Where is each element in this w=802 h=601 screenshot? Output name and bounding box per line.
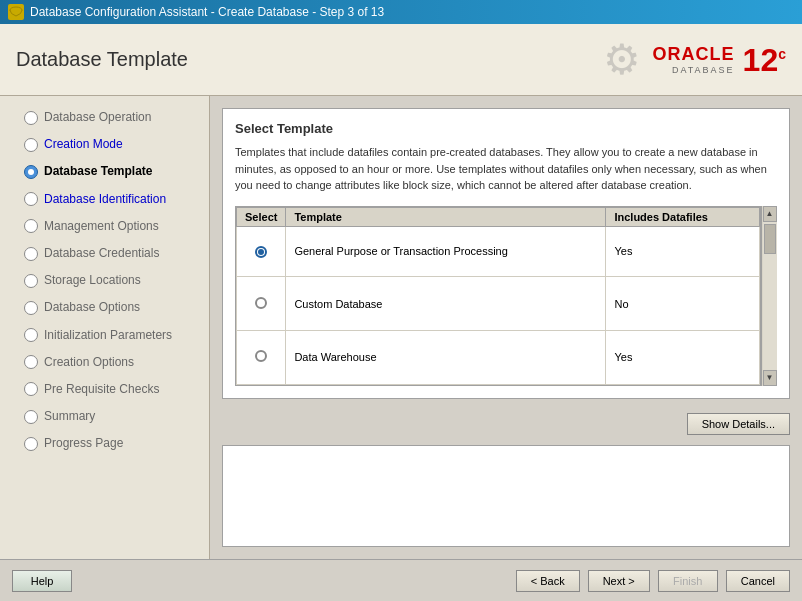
version-suffix: c bbox=[778, 46, 786, 62]
includes-datafiles-2: Yes bbox=[606, 330, 760, 384]
bottom-left: Help bbox=[12, 570, 72, 592]
col-datafiles: Includes Datafiles bbox=[606, 207, 760, 226]
sidebar-bullet-progress-page bbox=[24, 437, 38, 451]
template-name-1: Custom Database bbox=[286, 277, 606, 331]
sidebar-item-database-template: Database Template bbox=[0, 158, 209, 185]
title-bar-icon bbox=[8, 4, 24, 20]
title-bar: Database Configuration Assistant - Creat… bbox=[0, 0, 802, 24]
content-area: Database OperationCreation ModeDatabase … bbox=[0, 96, 802, 559]
page-header: Database Template ⚙ ORACLE DATABASE 12c bbox=[0, 24, 802, 96]
sidebar-item-database-credentials: Database Credentials bbox=[0, 240, 209, 267]
includes-datafiles-0: Yes bbox=[606, 226, 760, 277]
main-content: Select Template Templates that include d… bbox=[210, 96, 802, 559]
main-container: Database Template ⚙ ORACLE DATABASE 12c … bbox=[0, 24, 802, 601]
radio-cell-2[interactable] bbox=[237, 330, 286, 384]
sidebar-bullet-database-credentials bbox=[24, 247, 38, 261]
sidebar-item-initialization-parameters: Initialization Parameters bbox=[0, 322, 209, 349]
template-name-0: General Purpose or Transaction Processin… bbox=[286, 226, 606, 277]
sidebar-item-summary: Summary bbox=[0, 403, 209, 430]
sidebar-item-database-operation: Database Operation bbox=[0, 104, 209, 131]
oracle-logo-content: ORACLE DATABASE bbox=[653, 44, 735, 75]
sidebar-label-database-operation: Database Operation bbox=[44, 108, 151, 127]
template-name-2: Data Warehouse bbox=[286, 330, 606, 384]
next-button[interactable]: Next > bbox=[588, 570, 650, 592]
sidebar-label-creation-options: Creation Options bbox=[44, 353, 134, 372]
sidebar-bullet-database-identification bbox=[24, 192, 38, 206]
sidebar-label-initialization-parameters: Initialization Parameters bbox=[44, 326, 172, 345]
bottom-bar: Help < Back Next > Finish Cancel bbox=[0, 559, 802, 601]
sidebar-label-progress-page: Progress Page bbox=[44, 434, 123, 453]
details-preview bbox=[222, 445, 790, 548]
sidebar-item-database-options: Database Options bbox=[0, 294, 209, 321]
table-row[interactable]: Data WarehouseYes bbox=[237, 330, 760, 384]
sidebar-label-database-credentials: Database Credentials bbox=[44, 244, 159, 263]
sidebar-item-creation-mode[interactable]: Creation Mode bbox=[0, 131, 209, 158]
cancel-button[interactable]: Cancel bbox=[726, 570, 790, 592]
sidebar-item-creation-options: Creation Options bbox=[0, 349, 209, 376]
version-display: 12c bbox=[743, 44, 786, 76]
template-table: Select Template Includes Datafiles Gener… bbox=[236, 207, 760, 385]
col-template: Template bbox=[286, 207, 606, 226]
table-row[interactable]: Custom DatabaseNo bbox=[237, 277, 760, 331]
scroll-track bbox=[763, 222, 777, 370]
sidebar-bullet-summary bbox=[24, 410, 38, 424]
sidebar-bullet-database-template bbox=[24, 165, 38, 179]
scroll-up-arrow[interactable]: ▲ bbox=[763, 206, 777, 222]
sidebar-label-database-template: Database Template bbox=[44, 162, 153, 181]
sidebar: Database OperationCreation ModeDatabase … bbox=[0, 96, 210, 559]
sidebar-label-pre-requisite-checks: Pre Requisite Checks bbox=[44, 380, 159, 399]
sidebar-bullet-creation-options bbox=[24, 355, 38, 369]
sidebar-item-pre-requisite-checks: Pre Requisite Checks bbox=[0, 376, 209, 403]
sidebar-item-database-identification[interactable]: Database Identification bbox=[0, 186, 209, 213]
select-template-title: Select Template bbox=[235, 121, 777, 136]
sidebar-bullet-management-options bbox=[24, 219, 38, 233]
page-title: Database Template bbox=[16, 48, 188, 71]
sidebar-label-database-identification: Database Identification bbox=[44, 190, 166, 209]
sidebar-bullet-initialization-parameters bbox=[24, 328, 38, 342]
sidebar-bullet-database-options bbox=[24, 301, 38, 315]
radio-button-1[interactable] bbox=[255, 297, 267, 309]
finish-button: Finish bbox=[658, 570, 718, 592]
includes-datafiles-1: No bbox=[606, 277, 760, 331]
table-row[interactable]: General Purpose or Transaction Processin… bbox=[237, 226, 760, 277]
oracle-logo: ⚙ ORACLE DATABASE 12c bbox=[603, 39, 786, 81]
sidebar-item-progress-page: Progress Page bbox=[0, 430, 209, 457]
back-button[interactable]: < Back bbox=[516, 570, 580, 592]
sidebar-label-management-options: Management Options bbox=[44, 217, 159, 236]
sidebar-label-storage-locations: Storage Locations bbox=[44, 271, 141, 290]
version-number: 12c bbox=[743, 42, 786, 78]
sidebar-bullet-storage-locations bbox=[24, 274, 38, 288]
table-scrollbar[interactable]: ▲ ▼ bbox=[761, 206, 777, 386]
sidebar-label-summary: Summary bbox=[44, 407, 95, 426]
template-table-wrapper: Select Template Includes Datafiles Gener… bbox=[235, 206, 761, 386]
sidebar-bullet-creation-mode bbox=[24, 138, 38, 152]
scroll-thumb[interactable] bbox=[764, 224, 776, 254]
radio-cell-0[interactable] bbox=[237, 226, 286, 277]
scroll-down-arrow[interactable]: ▼ bbox=[763, 370, 777, 386]
title-bar-label: Database Configuration Assistant - Creat… bbox=[30, 5, 384, 19]
bottom-right: < Back Next > Finish Cancel bbox=[516, 570, 790, 592]
help-button[interactable]: Help bbox=[12, 570, 72, 592]
oracle-brand: ORACLE bbox=[653, 44, 735, 65]
sidebar-label-creation-mode: Creation Mode bbox=[44, 135, 123, 154]
template-section: Select Template Templates that include d… bbox=[222, 108, 790, 399]
show-details-button[interactable]: Show Details... bbox=[687, 413, 790, 435]
sidebar-item-management-options: Management Options bbox=[0, 213, 209, 240]
sidebar-bullet-database-operation bbox=[24, 111, 38, 125]
radio-button-2[interactable] bbox=[255, 350, 267, 362]
sidebar-bullet-pre-requisite-checks bbox=[24, 382, 38, 396]
oracle-logo-text: ORACLE DATABASE bbox=[653, 44, 735, 75]
col-select: Select bbox=[237, 207, 286, 226]
gear-decoration: ⚙ bbox=[603, 39, 641, 81]
show-details-row: Show Details... bbox=[222, 409, 790, 435]
radio-button-0[interactable] bbox=[255, 246, 267, 258]
template-tbody: General Purpose or Transaction Processin… bbox=[237, 226, 760, 384]
template-description: Templates that include datafiles contain… bbox=[235, 144, 777, 194]
sidebar-item-storage-locations: Storage Locations bbox=[0, 267, 209, 294]
sidebar-label-database-options: Database Options bbox=[44, 298, 140, 317]
oracle-product: DATABASE bbox=[672, 65, 735, 75]
radio-cell-1[interactable] bbox=[237, 277, 286, 331]
